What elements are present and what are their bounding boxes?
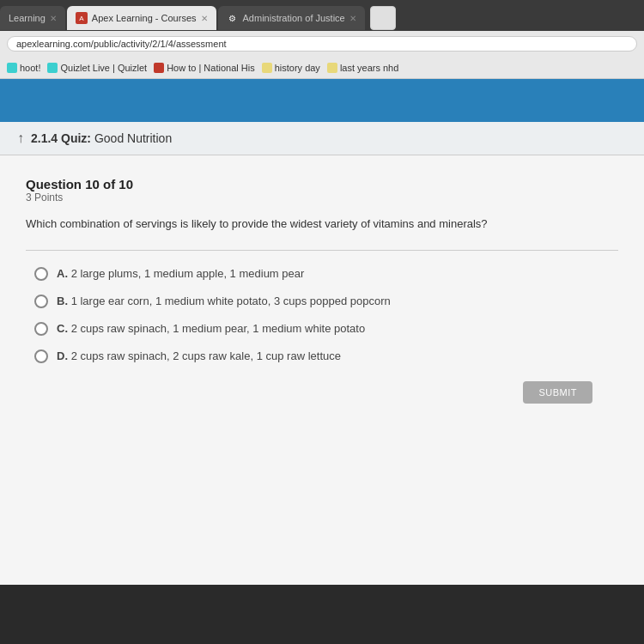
answer-label-b: B. — [57, 295, 71, 307]
radio-b[interactable] — [34, 295, 48, 308]
quiz-title-text: 2.1.4 Quiz: Good Nutrition — [31, 131, 172, 145]
tab-learning[interactable]: Learning ✕ — [0, 6, 65, 30]
tab-admin-label: Administration of Justice — [243, 13, 345, 23]
question-number: Question 10 of 10 — [26, 177, 618, 191]
apex-tab-icon: A — [76, 12, 88, 24]
quiz-body: Question 10 of 10 3 Points Which combina… — [0, 155, 644, 585]
bookmark-howto-icon — [154, 63, 164, 73]
answer-label-c: C. — [57, 322, 71, 335]
answer-text-d: D. 2 cups raw spinach, 2 cups raw kale, … — [57, 349, 341, 364]
answer-label-d: D. — [57, 349, 71, 362]
bookmark-nhd[interactable]: last years nhd — [327, 63, 398, 73]
bookmark-hoot-icon — [7, 63, 17, 73]
tab-apex[interactable]: A Apex Learning - Courses ✕ — [67, 6, 216, 30]
bookmark-hoot[interactable]: hoot! — [7, 63, 40, 73]
bookmark-quizlet[interactable]: Quizlet Live | Quizlet — [47, 63, 147, 73]
answer-text-a: A. 2 large plums, 1 medium apple, 1 medi… — [57, 266, 304, 282]
address-bar-row: apexlearning.com/public/activity/2/1/4/a… — [0, 31, 644, 57]
quiz-title-icon: ↑ — [17, 131, 24, 146]
tab-bar: Learning ✕ A Apex Learning - Courses ✕ ⚙… — [0, 0, 644, 31]
browser-chrome: Learning ✕ A Apex Learning - Courses ✕ ⚙… — [0, 0, 644, 79]
tab-admin-close[interactable]: ✕ — [349, 14, 356, 23]
answer-option-c[interactable]: C. 2 cups raw spinach, 1 medium pear, 1 … — [34, 321, 618, 337]
question-text: Which combination of servings is likely … — [26, 216, 618, 233]
tab-admin[interactable]: ⚙ Administration of Justice ✕ — [218, 6, 365, 30]
bookmark-history-day[interactable]: history day — [262, 63, 320, 73]
quiz-title-label: Quiz: — [61, 131, 91, 145]
answer-text-c: C. 2 cups raw spinach, 1 medium pear, 1 … — [57, 321, 365, 337]
quiz-title-name: Good Nutrition — [94, 131, 172, 145]
bookmark-quizlet-icon — [47, 63, 58, 73]
divider — [26, 250, 618, 251]
tab-apex-close[interactable]: ✕ — [201, 14, 208, 23]
quiz-title-bar: ↑ 2.1.4 Quiz: Good Nutrition — [0, 122, 644, 155]
radio-a[interactable] — [34, 267, 48, 281]
answer-option-d[interactable]: D. 2 cups raw spinach, 2 cups raw kale, … — [34, 349, 618, 364]
submit-row: SUBMIT — [26, 364, 618, 412]
radio-d[interactable] — [34, 349, 48, 363]
bookmark-history-icon — [262, 63, 272, 73]
answer-option-a[interactable]: A. 2 large plums, 1 medium apple, 1 medi… — [34, 266, 618, 282]
tab-learning-label: Learning — [9, 13, 46, 23]
bookmark-how-to[interactable]: How to | National His — [154, 63, 255, 73]
tab-apex-label: Apex Learning - Courses — [92, 13, 197, 23]
bookmark-nhd-label: last years nhd — [340, 63, 398, 73]
address-bar[interactable]: apexlearning.com/public/activity/2/1/4/a… — [7, 36, 637, 52]
admin-tab-icon: ⚙ — [227, 12, 239, 24]
answer-options: A. 2 large plums, 1 medium apple, 1 medi… — [26, 266, 618, 365]
answer-option-b[interactable]: B. 1 large ear corn, 1 medium white pota… — [34, 294, 618, 309]
apex-header — [0, 79, 644, 122]
quiz-title-number: 2.1.4 — [31, 131, 58, 145]
question-header: Question 10 of 10 3 Points — [26, 177, 618, 204]
bookmark-hoot-label: hoot! — [20, 63, 40, 73]
answer-label-a: A. — [57, 267, 71, 280]
new-tab-placeholder — [370, 6, 396, 30]
page-content: ↑ 2.1.4 Quiz: Good Nutrition Question 10… — [0, 79, 644, 585]
bookmark-nhd-icon — [327, 63, 337, 73]
bookmark-history-label: history day — [275, 63, 320, 73]
bookmark-howto-label: How to | National His — [167, 63, 255, 73]
question-points: 3 Points — [26, 191, 618, 204]
answer-text-b: B. 1 large ear corn, 1 medium white pota… — [57, 294, 391, 309]
tab-learning-close[interactable]: ✕ — [50, 14, 57, 23]
submit-button[interactable]: SUBMIT — [523, 381, 592, 404]
bookmark-quizlet-label: Quizlet Live | Quizlet — [60, 63, 147, 73]
bookmarks-bar: hoot! Quizlet Live | Quizlet How to | Na… — [0, 57, 644, 79]
radio-c[interactable] — [34, 322, 48, 336]
